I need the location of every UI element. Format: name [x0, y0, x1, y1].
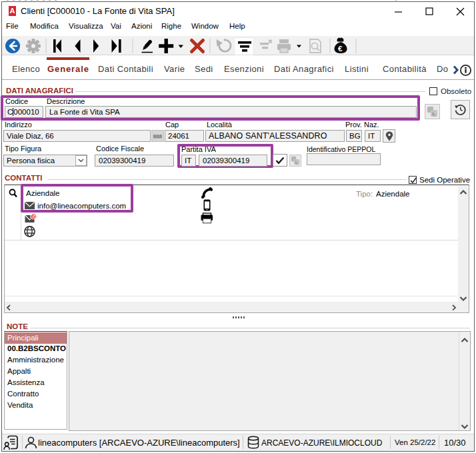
svg-text:€: € — [338, 45, 343, 53]
